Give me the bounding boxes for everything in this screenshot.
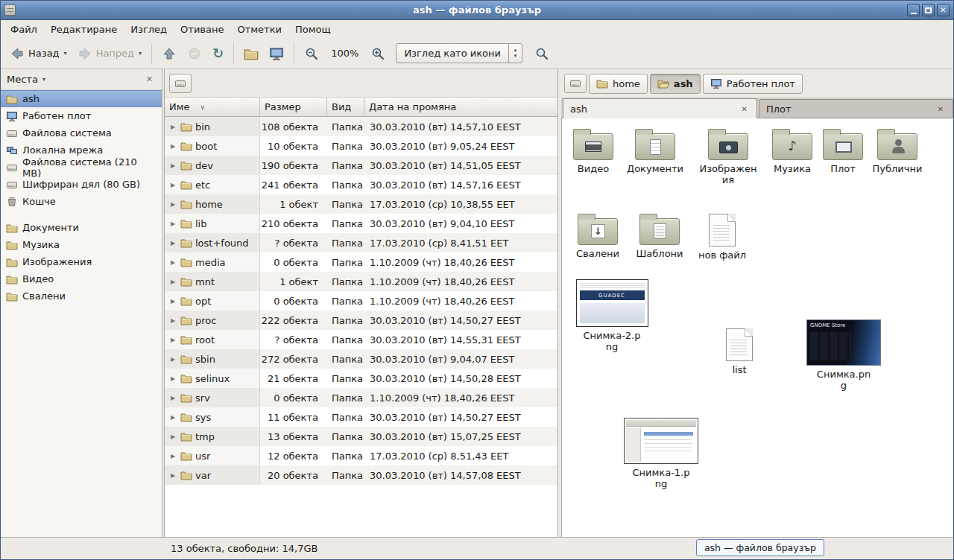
pane-tab[interactable]: Плот ✕ bbox=[759, 99, 953, 118]
file-row[interactable]: ▶ sbin 272 обекта Папка 30.03.2010 (вт) … bbox=[165, 349, 557, 369]
sidebar-item[interactable]: Свалени bbox=[1, 287, 162, 305]
pathbar-root-button[interactable] bbox=[564, 74, 587, 93]
tab-close-button[interactable]: ✕ bbox=[739, 104, 750, 114]
computer-button[interactable] bbox=[265, 42, 288, 65]
sidebar-item[interactable]: Шифриран дял (80 GB) bbox=[1, 176, 162, 193]
pathbar-root-button[interactable] bbox=[169, 74, 192, 93]
file-row[interactable]: ▶ bin 108 обекта Папка 30.03.2010 (вт) 1… bbox=[165, 117, 557, 136]
home-button[interactable] bbox=[239, 42, 263, 65]
sidebar-item[interactable]: Работен плот bbox=[1, 107, 162, 124]
up-button[interactable] bbox=[157, 42, 181, 65]
expander-icon[interactable]: ▶ bbox=[168, 298, 177, 305]
file-icon-item[interactable]: Изображения bbox=[697, 127, 759, 186]
file-row[interactable]: ▶ selinux 21 обекта Папка 30.03.2010 (вт… bbox=[165, 369, 557, 388]
file-row[interactable]: ▶ srv 0 обекта Папка 1.10.2009 (чт) 18,4… bbox=[165, 388, 557, 407]
file-row[interactable]: ▶ proc 222 обекта Папка 30.03.2010 (вт) … bbox=[165, 311, 557, 330]
column-header-name[interactable]: Име ∨ bbox=[165, 98, 260, 116]
expander-icon[interactable]: ▶ bbox=[168, 279, 177, 285]
minimize-button[interactable] bbox=[907, 4, 920, 16]
menu-item[interactable]: Отметки bbox=[230, 22, 288, 37]
search-button[interactable] bbox=[530, 42, 554, 65]
sidebar-item[interactable] bbox=[1, 210, 162, 219]
taskbar-window-button[interactable]: ash — файлов браузър bbox=[696, 539, 824, 556]
stop-button[interactable] bbox=[183, 42, 206, 65]
file-icon-item[interactable]: Публични bbox=[866, 127, 929, 175]
file-row[interactable]: ▶ media 0 обекта Папка 1.10.2009 (чт) 18… bbox=[165, 252, 557, 272]
menu-item[interactable]: Редактиране bbox=[44, 22, 124, 37]
sidebar-item[interactable]: Файлова система (210 MB) bbox=[1, 159, 162, 176]
expander-icon[interactable]: ▶ bbox=[168, 356, 177, 363]
expander-icon[interactable]: ▶ bbox=[168, 259, 177, 266]
combo-stepper-icon[interactable]: ▴ ▾ bbox=[508, 44, 522, 63]
file-row[interactable]: ▶ mnt 1 обект Папка 1.10.2009 (чт) 18,40… bbox=[165, 272, 557, 291]
file-icon-item[interactable]: нов файл bbox=[691, 214, 754, 261]
file-row[interactable]: ▶ opt 0 обекта Папка 1.10.2009 (чт) 18,4… bbox=[165, 291, 557, 311]
zoom-in-button[interactable] bbox=[366, 42, 390, 65]
column-header-type[interactable]: Вид bbox=[327, 98, 364, 116]
expander-icon[interactable]: ▶ bbox=[168, 143, 177, 150]
expander-icon[interactable]: ▶ bbox=[168, 162, 177, 169]
file-icon-item[interactable]: Видео bbox=[562, 127, 625, 175]
file-row[interactable]: ▶ lib 210 обекта Папка 30.03.2010 (вт) 9… bbox=[165, 214, 557, 233]
places-title[interactable]: Места bbox=[7, 74, 38, 85]
file-icon-item[interactable]: Шаблони bbox=[628, 212, 691, 260]
expander-icon[interactable]: ▶ bbox=[168, 414, 177, 421]
expander-icon[interactable]: ▶ bbox=[168, 375, 177, 382]
forward-button[interactable]: Напред ▾ bbox=[73, 42, 147, 65]
reload-button[interactable]: ↻ bbox=[208, 43, 228, 64]
file-row[interactable]: ▶ home 1 обект Папка 17.03.2010 (ср) 10,… bbox=[165, 194, 557, 214]
file-row[interactable]: ▶ var 20 обекта Папка 30.03.2010 (вт) 14… bbox=[165, 465, 557, 485]
file-row[interactable]: ▶ sys 11 обекта Папка 30.03.2010 (вт) 14… bbox=[165, 407, 557, 427]
expander-icon[interactable]: ▶ bbox=[168, 453, 177, 459]
column-header-size[interactable]: Размер bbox=[260, 98, 327, 116]
breadcrumb-button[interactable]: home bbox=[589, 74, 648, 94]
file-row[interactable]: ▶ etc 241 обекта Папка 30.03.2010 (вт) 1… bbox=[165, 175, 557, 194]
expander-icon[interactable]: ▶ bbox=[168, 240, 177, 246]
breadcrumb-button[interactable]: Работен плот bbox=[703, 74, 803, 94]
file-row[interactable]: ▶ tmp 13 обекта Папка 30.03.2010 (вт) 15… bbox=[165, 427, 557, 446]
expander-icon[interactable]: ▶ bbox=[168, 182, 177, 188]
expander-icon[interactable]: ▶ bbox=[168, 472, 177, 479]
expander-icon[interactable]: ▶ bbox=[168, 337, 177, 343]
menu-item[interactable]: Отиване bbox=[174, 22, 230, 37]
maximize-button[interactable] bbox=[922, 4, 935, 16]
sidebar-item[interactable]: Музика bbox=[1, 236, 162, 253]
expander-icon[interactable]: ▶ bbox=[168, 433, 177, 440]
back-dropdown-icon[interactable]: ▾ bbox=[64, 50, 67, 57]
sidebar-item[interactable]: Изображения bbox=[1, 253, 162, 270]
file-icon-item[interactable]: GNOME Store Снимка.png bbox=[803, 319, 885, 392]
file-icon-item[interactable]: Свалени bbox=[566, 212, 629, 260]
file-row[interactable]: ▶ lost+found ? обекта Папка 17.03.2010 (… bbox=[165, 233, 557, 252]
file-row[interactable]: ▶ usr 12 обекта Папка 17.03.2010 (ср) 8,… bbox=[165, 446, 557, 465]
expander-icon[interactable]: ▶ bbox=[168, 124, 177, 130]
close-button[interactable]: ✕ bbox=[937, 4, 950, 16]
places-close-button[interactable]: ✕ bbox=[143, 73, 156, 86]
zoom-out-button[interactable] bbox=[300, 42, 323, 65]
file-icon-item[interactable]: Документи bbox=[624, 127, 686, 175]
pane-tab[interactable]: ash ✕ bbox=[563, 98, 757, 118]
view-mode-combo[interactable]: Изглед като икони ▴ ▾ bbox=[396, 43, 522, 63]
sidebar-item[interactable]: Видео bbox=[1, 270, 162, 287]
sidebar-item[interactable]: ash bbox=[1, 90, 162, 107]
sidebar-item[interactable]: Файлова система bbox=[1, 124, 162, 141]
tab-close-button[interactable]: ✕ bbox=[935, 104, 946, 114]
file-icon-item[interactable]: list bbox=[708, 328, 771, 376]
file-icon-item[interactable]: Плот bbox=[812, 127, 874, 175]
menu-item[interactable]: Файл bbox=[4, 22, 44, 37]
sidebar-item[interactable]: Документи bbox=[1, 219, 162, 236]
file-icon-item[interactable]: Снимка-1.png bbox=[620, 418, 702, 490]
breadcrumb-button[interactable]: ash bbox=[650, 74, 701, 94]
menu-item[interactable]: Помощ bbox=[288, 22, 338, 37]
file-icon-item[interactable]: GUADEC Снимка-2.png bbox=[571, 279, 653, 353]
menu-item[interactable]: Изглед bbox=[124, 22, 174, 37]
file-row[interactable]: ▶ boot 10 обекта Папка 30.03.2010 (вт) 9… bbox=[165, 136, 557, 156]
sidebar-item[interactable]: Кошче bbox=[1, 193, 162, 210]
expander-icon[interactable]: ▶ bbox=[168, 201, 177, 208]
file-row[interactable]: ▶ root ? обекта Папка 30.03.2010 (вт) 14… bbox=[165, 330, 557, 349]
back-button[interactable]: Назад ▾ bbox=[5, 42, 72, 65]
file-row[interactable]: ▶ dev 190 обекта Папка 30.03.2010 (вт) 1… bbox=[165, 156, 557, 175]
column-header-modified[interactable]: Дата на промяна bbox=[364, 98, 557, 116]
expander-icon[interactable]: ▶ bbox=[168, 395, 177, 401]
expander-icon[interactable]: ▶ bbox=[168, 317, 177, 324]
places-dropdown-icon[interactable]: ▾ bbox=[42, 76, 45, 83]
